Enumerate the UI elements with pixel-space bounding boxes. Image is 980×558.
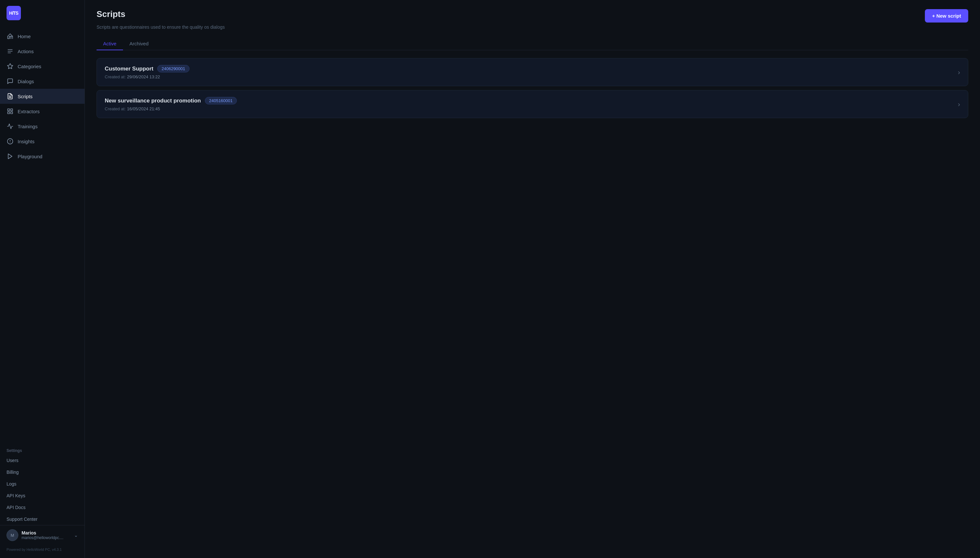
sidebar-nav: Home Actions Categories Dialogs [0,26,85,443]
svg-rect-7 [11,109,13,111]
script-name-row: Customer Support 2406290001 [105,65,190,72]
page-header: Scripts + New script [97,9,968,23]
page-title: Scripts [97,9,125,19]
sidebar-item-label: Categories [18,64,41,69]
svg-rect-8 [11,112,13,114]
sidebar-item-label: Extractors [18,109,40,114]
sidebar-item-label: Insights [18,139,34,144]
tabs: Active Archived [97,38,968,50]
user-info: Marios marios@helloworldpc.... [21,530,71,540]
sidebar-item-scripts[interactable]: Scripts [0,89,85,104]
settings-link-users[interactable]: Users [0,455,85,466]
logo: H/TS [0,0,85,26]
settings-link-api-keys[interactable]: API Keys [0,490,85,502]
trainings-icon [7,123,14,130]
script-created-value: 29/06/2024 13:22 [127,74,160,79]
tab-active[interactable]: Active [97,38,123,50]
script-meta: Created at: 16/05/2024 21:45 [105,107,237,111]
script-meta: Created at: 29/06/2024 13:22 [105,74,190,79]
settings-link-api-docs[interactable]: API Docs [0,502,85,513]
page-subtitle: Scripts are questionnaires used to ensur… [97,25,968,30]
svg-marker-13 [8,154,12,159]
sidebar-item-extractors[interactable]: Extractors [0,104,85,119]
sidebar-item-insights[interactable]: Insights [0,134,85,149]
home-icon [7,33,14,40]
categories-icon [7,62,14,70]
sidebar-item-label: Scripts [18,94,33,99]
script-item-left: Customer Support 2406290001 Created at: … [105,65,190,79]
dialogs-icon [7,78,14,85]
new-script-button[interactable]: + New script [925,9,968,23]
script-created-value: 16/05/2024 21:45 [127,107,160,111]
sidebar-item-playground[interactable]: Playground [0,149,85,164]
actions-icon [7,48,14,55]
chevron-right-icon: › [958,100,960,108]
main-content: Scripts + New script Scripts are questio… [85,0,980,558]
svg-rect-6 [8,109,10,111]
settings-label: Settings [7,448,22,453]
script-item-left: New surveillance product promotion 24051… [105,97,237,111]
powered-by: Powered by HelloWorld PC, v4.3.1 [0,545,85,553]
settings-section: Settings [0,443,85,455]
sidebar-item-label: Playground [18,154,43,159]
script-created-label: Created at: [105,107,126,111]
sidebar-item-home[interactable]: Home [0,29,85,44]
sidebar: H/TS Home Actions Categories [0,0,85,558]
user-section[interactable]: M Marios marios@helloworldpc.... ⌄ [0,525,85,545]
script-name: Customer Support [105,66,153,72]
page-title-group: Scripts [97,9,125,19]
sidebar-item-label: Trainings [18,124,38,129]
script-list: Customer Support 2406290001 Created at: … [97,58,968,122]
script-created-label: Created at: [105,74,126,79]
playground-icon [7,153,14,160]
script-badge: 2405160001 [205,97,237,104]
settings-links: Users Billing Logs API Keys API Docs Sup… [0,455,85,525]
sidebar-item-actions[interactable]: Actions [0,44,85,59]
script-item[interactable]: Customer Support 2406290001 Created at: … [97,58,968,86]
tab-archived[interactable]: Archived [123,38,155,50]
sidebar-item-label: Dialogs [18,79,34,84]
logo-icon: H/TS [7,6,21,20]
settings-link-support[interactable]: Support Center [0,513,85,525]
svg-marker-3 [8,64,13,69]
script-item[interactable]: New surveillance product promotion 24051… [97,90,968,118]
chevron-down-icon: ⌄ [74,533,78,538]
sidebar-item-label: Actions [18,49,34,54]
extractors-icon [7,108,14,115]
sidebar-item-dialogs[interactable]: Dialogs [0,74,85,89]
settings-link-billing[interactable]: Billing [0,466,85,478]
user-email: marios@helloworldpc.... [21,535,71,540]
user-name: Marios [21,530,71,535]
settings-link-logs[interactable]: Logs [0,478,85,490]
script-name: New surveillance product promotion [105,98,201,104]
script-badge: 2406290001 [157,65,189,72]
scripts-icon [7,93,14,100]
sidebar-item-categories[interactable]: Categories [0,59,85,74]
svg-rect-9 [8,112,10,114]
sidebar-item-label: Home [18,34,31,39]
chevron-right-icon: › [958,69,960,76]
script-name-row: New surveillance product promotion 24051… [105,97,237,104]
sidebar-item-trainings[interactable]: Trainings [0,119,85,134]
content-area: Scripts + New script Scripts are questio… [85,0,980,558]
insights-icon [7,138,14,145]
avatar: M [7,529,18,541]
